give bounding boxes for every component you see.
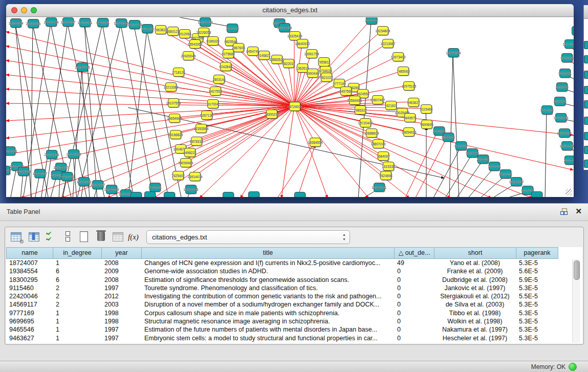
network-node[interactable]: 8660123 bbox=[167, 27, 179, 36]
network-node[interactable]: 3684067 bbox=[378, 151, 389, 161]
network-node[interactable]: 8186328 bbox=[207, 36, 219, 46]
table-row[interactable]: 946362711997Embryonic stem cells: a mode… bbox=[6, 334, 582, 342]
network-node[interactable]: 917004 bbox=[207, 99, 219, 108]
table-scrollbar-thumb[interactable] bbox=[574, 260, 580, 280]
network-node[interactable]: 13992971 bbox=[559, 128, 570, 138]
network-node[interactable]: 16154808 bbox=[377, 26, 388, 35]
network-node[interactable]: 12505123 bbox=[61, 172, 73, 181]
network-node[interactable]: 16961758 bbox=[306, 49, 317, 58]
network-node[interactable]: 9146821 bbox=[258, 51, 270, 60]
network-node[interactable]: 8471676 bbox=[500, 169, 511, 179]
table-settings-icon[interactable]: ⚙ bbox=[10, 231, 23, 244]
table-row[interactable]: 946554611997Estimation of the future num… bbox=[6, 325, 582, 334]
network-node[interactable]: 8427552 bbox=[210, 86, 221, 96]
network-node[interactable]: 9699695 bbox=[421, 120, 432, 129]
network-node[interactable]: 12975115 bbox=[403, 81, 415, 91]
network-node[interactable]: 15720407 bbox=[360, 118, 371, 127]
network-node[interactable]: 7615526 bbox=[142, 24, 153, 33]
network-node[interactable]: 17957253 bbox=[78, 177, 90, 186]
network-node[interactable]: 15716485 bbox=[185, 185, 197, 194]
network-node[interactable]: 7485063 bbox=[398, 67, 409, 76]
network-node[interactable] bbox=[130, 192, 142, 197]
network-node[interactable]: 18300295 bbox=[266, 110, 277, 119]
network-node[interactable]: 18226058 bbox=[198, 28, 209, 37]
network-node[interactable]: 19218596 bbox=[279, 23, 290, 32]
network-node[interactable]: 7663822 bbox=[155, 25, 166, 34]
network-node[interactable]: 8912954 bbox=[179, 29, 190, 38]
network-node[interactable]: 25206506 bbox=[6, 146, 15, 156]
network-node[interactable]: 14671355 bbox=[129, 20, 140, 29]
network-node[interactable]: 62160 bbox=[385, 101, 397, 110]
network-node[interactable]: 9227341 bbox=[559, 69, 571, 78]
network-node[interactable]: 29053346 bbox=[77, 62, 88, 72]
close-panel-icon[interactable]: ✕ bbox=[575, 207, 582, 216]
network-node[interactable]: 5822037 bbox=[283, 59, 294, 68]
network-node[interactable]: 1244415 bbox=[554, 97, 565, 106]
network-node[interactable]: 2687682 bbox=[366, 17, 377, 25]
column-header-pagerank[interactable]: pagerank bbox=[516, 247, 558, 259]
network-node[interactable]: 14136141 bbox=[374, 183, 385, 192]
network-node[interactable] bbox=[164, 192, 175, 197]
network-node[interactable] bbox=[294, 192, 306, 197]
table-row[interactable]: 977716911998Corpus callosum shape and si… bbox=[6, 309, 582, 317]
network-node[interactable]: 2935114 bbox=[477, 155, 489, 164]
network-node[interactable]: 19654985 bbox=[169, 114, 180, 123]
resize-grip[interactable] bbox=[565, 189, 572, 195]
column-header-in_degree[interactable]: in_degree bbox=[53, 247, 101, 259]
network-node[interactable]: 2718126 bbox=[173, 68, 184, 77]
window-titlebar[interactable]: citations_edges.txt bbox=[6, 4, 574, 17]
network-node[interactable]: 10719185 bbox=[116, 18, 127, 28]
network-node[interactable]: 16033809 bbox=[200, 17, 211, 27]
table-row[interactable]: 2242004622012Investigating the contribut… bbox=[6, 292, 582, 300]
network-node[interactable]: 6958923 bbox=[443, 133, 454, 142]
network-node[interactable]: 22420046 bbox=[183, 51, 194, 60]
network-node[interactable] bbox=[144, 191, 156, 197]
table-row[interactable]: 969969511998Structural magnetic resonanc… bbox=[6, 317, 582, 325]
network-node[interactable]: 17359928 bbox=[68, 149, 79, 159]
network-node[interactable]: 15883520 bbox=[271, 55, 282, 64]
network-node[interactable]: 2867608 bbox=[233, 43, 244, 52]
network-canvas[interactable]: 1405572420691406216371441065328715276021… bbox=[6, 17, 574, 197]
network-node[interactable]: 9498222 bbox=[184, 148, 195, 157]
network-node[interactable]: 8878332 bbox=[191, 137, 202, 146]
network-node[interactable]: 7632621 bbox=[489, 162, 500, 171]
network-node[interactable]: 10958107 bbox=[92, 180, 103, 189]
network-node[interactable]: 9463627 bbox=[408, 98, 419, 107]
network-node[interactable]: 16782759 bbox=[106, 185, 117, 194]
table-selector-combo[interactable]: citations_edges.txt ▲▼ bbox=[146, 230, 350, 244]
network-node[interactable]: 24099489 bbox=[180, 158, 191, 167]
network-node[interactable]: 7955812 bbox=[318, 57, 330, 67]
float-panel-icon[interactable] bbox=[560, 208, 568, 215]
network-node[interactable] bbox=[248, 191, 259, 197]
network-node[interactable]: 7986322 bbox=[355, 105, 366, 115]
network-node[interactable]: 12213383 bbox=[165, 82, 177, 92]
network-node[interactable]: 16210643 bbox=[555, 113, 567, 122]
network-node[interactable]: 8267130 bbox=[201, 111, 212, 120]
network-node[interactable]: 18807249 bbox=[373, 139, 384, 148]
network-node[interactable]: 39154 bbox=[6, 166, 10, 175]
table-scrollbar[interactable] bbox=[572, 259, 580, 343]
network-node[interactable]: 15751874 bbox=[564, 39, 574, 49]
network-node[interactable] bbox=[223, 192, 234, 197]
network-node[interactable]: 1615338 bbox=[383, 162, 394, 171]
column-header-name[interactable]: name bbox=[6, 247, 53, 259]
table-row[interactable]: 1830029562008Estimation of significance … bbox=[6, 276, 582, 284]
network-node[interactable]: 19654923 bbox=[403, 127, 415, 137]
network-node[interactable]: 9457771 bbox=[149, 183, 161, 192]
network-node[interactable]: 18107554 bbox=[168, 98, 179, 107]
network-node[interactable]: 16914479 bbox=[189, 172, 201, 181]
network-node[interactable]: 10688609 bbox=[366, 128, 377, 138]
network-node[interactable]: 9329966 bbox=[561, 53, 573, 62]
network-node[interactable]: 6479197 bbox=[455, 141, 467, 150]
new-document-icon[interactable] bbox=[78, 231, 91, 244]
network-node[interactable]: 1209388 bbox=[556, 82, 568, 92]
network-node[interactable]: 11156829 bbox=[18, 167, 29, 176]
network-node[interactable]: 20691406 bbox=[28, 19, 39, 28]
network-node[interactable]: 16543362 bbox=[189, 39, 201, 49]
column-header-year[interactable]: year bbox=[101, 247, 141, 259]
network-node[interactable]: 5524898 bbox=[380, 171, 391, 180]
table-row[interactable]: 1456911722003Disruption of a novel membe… bbox=[6, 300, 582, 309]
table-row[interactable]: 1872400712008Changes of HCN gene express… bbox=[6, 259, 582, 267]
network-node[interactable]: 8215958 bbox=[541, 105, 553, 115]
network-node[interactable] bbox=[531, 191, 542, 197]
